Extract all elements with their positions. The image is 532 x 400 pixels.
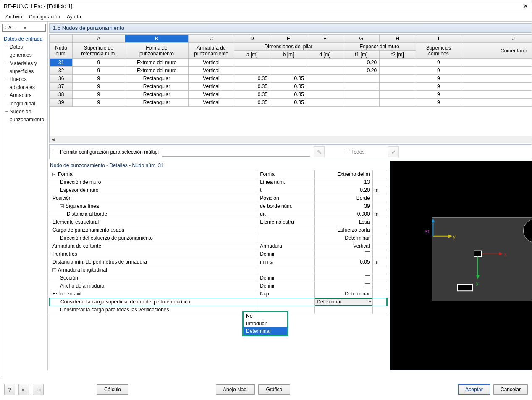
svg-text:y: y bbox=[476, 281, 479, 286]
case-combo[interactable]: CA1 ▾ bbox=[2, 24, 46, 32]
dropdown-option[interactable]: No bbox=[244, 312, 287, 320]
multi-select-input[interactable] bbox=[162, 148, 311, 157]
detail-row[interactable]: Considerar la carga para todas las verif… bbox=[50, 306, 387, 314]
horizontal-scrollbar[interactable]: ◀ ▶ bbox=[50, 136, 532, 143]
detail-row[interactable]: Espesor de murot0.20m bbox=[50, 186, 387, 194]
detail-row[interactable]: Distancia mín. de perímetros de armadura… bbox=[50, 258, 387, 266]
menu-config[interactable]: Configuración bbox=[29, 14, 60, 20]
window-close-button[interactable]: ✕ bbox=[523, 2, 528, 10]
tree-item-nudos[interactable]: Nudos de punzonamiento bbox=[4, 108, 44, 124]
menu-file[interactable]: Archivo bbox=[5, 14, 22, 20]
menu-help[interactable]: Ayuda bbox=[67, 14, 81, 20]
detail-row[interactable]: −Siguiente líneade borde núm.39 bbox=[50, 202, 387, 210]
table-row[interactable]: 379RectangularVertical0.350.359 bbox=[50, 83, 532, 91]
details-title: Nudo de punzonamiento - Detalles - Nudo … bbox=[49, 161, 388, 170]
table-row[interactable]: 389RectangularVertical0.350.359 bbox=[50, 91, 532, 99]
detail-row[interactable]: Armadura de cortanteArmaduraVertical bbox=[50, 242, 387, 250]
detail-row[interactable]: SecciónDefinir bbox=[50, 274, 387, 282]
todos-checkbox[interactable]: Todos bbox=[344, 149, 364, 155]
detail-row[interactable]: Distancia al bordedʀ0.000m bbox=[50, 210, 387, 218]
pick-icon: ✎ bbox=[314, 146, 325, 157]
import-icon[interactable]: ⇤ bbox=[18, 384, 29, 395]
svg-text:y': y' bbox=[453, 234, 456, 239]
tree-item-materiales[interactable]: Materiales y superficies bbox=[4, 60, 44, 76]
detail-row[interactable]: Considerar la carga superficial dentro d… bbox=[50, 298, 387, 306]
detail-row[interactable]: Carga de punzonamiento usadaEsfuerzo cor… bbox=[50, 226, 387, 234]
tree-item-armadura-long[interactable]: Armadura longitudinal bbox=[4, 92, 44, 107]
detail-row[interactable]: −FormaFormaExtremo del m bbox=[50, 170, 387, 178]
chevron-down-icon: ▾ bbox=[24, 26, 43, 30]
svg-text:x: x bbox=[504, 251, 507, 256]
nav-tree: Datos de entrada Datos generales Materia… bbox=[0, 34, 47, 125]
export-icon[interactable]: ⇥ bbox=[33, 384, 44, 395]
table-row[interactable]: 369RectangularVertical0.350.359 bbox=[50, 75, 532, 83]
scroll-left-icon[interactable]: ◀ bbox=[50, 136, 56, 143]
multi-select-checkbox[interactable]: Permitir configuración para selección mú… bbox=[53, 149, 159, 155]
detail-row[interactable]: Esfuerzo axilNcpDeterminar bbox=[50, 290, 387, 298]
detail-row[interactable]: PosiciónPosiciónBorde bbox=[50, 194, 387, 202]
detail-row[interactable]: Dirección de muroLínea núm.13 bbox=[50, 178, 387, 186]
dropdown-option[interactable]: Determinar bbox=[244, 327, 287, 335]
aceptar-button[interactable]: Aceptar bbox=[458, 384, 490, 395]
details-table[interactable]: −FormaFormaExtremo del mDirección de mur… bbox=[49, 170, 388, 314]
main-table[interactable]: ABCDEFGHIJNudonúm. Superficie dereferenc… bbox=[50, 34, 532, 107]
section-title: 1.5 Nudos de punzonamiento bbox=[49, 23, 532, 33]
anejo-button[interactable]: Anejo Nac. bbox=[216, 384, 255, 395]
table-row[interactable]: 399RectangularVertical0.350.359 bbox=[50, 99, 532, 107]
grafico-button[interactable]: Gráfico bbox=[258, 384, 290, 395]
svg-rect-16 bbox=[457, 284, 472, 291]
tree-item-datos-generales[interactable]: Datos generales bbox=[4, 43, 44, 59]
detail-row[interactable]: −Armadura longitudinal bbox=[50, 266, 387, 274]
tree-item-huecos[interactable]: Huecos adicionales bbox=[4, 76, 44, 92]
cancelar-button[interactable]: Cancelar bbox=[493, 384, 528, 395]
help-icon[interactable]: ? bbox=[4, 384, 15, 395]
detail-row[interactable]: Dirección del esfuerzo de punzonamientoD… bbox=[50, 234, 387, 242]
determinar-dropdown-list[interactable]: NoIntroducirDeterminar bbox=[242, 311, 288, 336]
calculo-button[interactable]: Cálculo bbox=[97, 384, 128, 395]
window-title: RF-PUNCH Pro - [Edificio 1] bbox=[4, 3, 523, 9]
svg-rect-1 bbox=[432, 217, 532, 301]
table-row[interactable]: 329Extremo del muroVertical0.209 bbox=[50, 67, 532, 75]
detail-row[interactable]: PerímetrosDefinir bbox=[50, 250, 387, 258]
detail-row[interactable]: Elemento estructuralElemento estruLosa bbox=[50, 218, 387, 226]
tree-root[interactable]: Datos de entrada bbox=[4, 35, 44, 43]
preview-panel[interactable]: x y y' 31 👁 ⤢ bbox=[390, 161, 532, 370]
svg-text:31: 31 bbox=[425, 229, 430, 234]
check-icon: ✔ bbox=[388, 146, 399, 157]
detail-row[interactable]: Ancho de armaduraDefinir bbox=[50, 282, 387, 290]
table-row[interactable]: 319Extremo del muroVertical0.209 bbox=[50, 59, 532, 67]
svg-rect-3 bbox=[474, 251, 482, 257]
determinar-dropdown[interactable]: Determinar▾ bbox=[315, 298, 372, 306]
dropdown-option[interactable]: Introducir bbox=[244, 320, 287, 327]
